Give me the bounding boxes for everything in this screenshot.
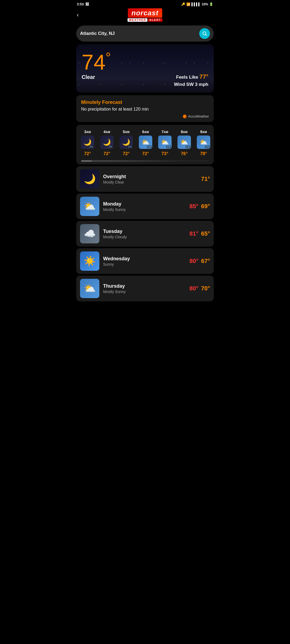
forecast-icon-3: ☀️ (80, 251, 99, 271)
forecast-condition-3: Sunny (103, 262, 186, 266)
hour-item: 5AM 🌙 2% 72° (117, 128, 136, 158)
hour-icon-1: 🌙 2% (100, 136, 114, 149)
hour-icon-2: 🌙 2% (119, 136, 133, 149)
forecast-info-4: Thursday Mostly Sunny (103, 283, 186, 294)
forecast-info-3: Wednesday Sunny (103, 256, 186, 266)
feels-like-value: 77° (200, 73, 208, 80)
signal-icon: ▌▌▌▌ (191, 2, 201, 6)
accuweather-label: AccuWeather (188, 114, 209, 118)
hour-temp-2: 72° (123, 151, 130, 156)
logo-alert-text: ALERT (148, 18, 162, 22)
forecast-info-0: Overnight Mostly Clear (103, 174, 197, 184)
hour-icon-5: ⛅ 1% (177, 136, 191, 149)
accuweather-attribution: AccuWeather (81, 114, 209, 118)
wind-value: SW 3 mph (186, 82, 208, 87)
back-button[interactable]: ‹ (77, 12, 79, 19)
feels-like-row: Feels Like 77° (174, 73, 208, 80)
forecast-temps-4: 80° 70° (189, 285, 210, 292)
forecast-temps-3: 80° 67° (189, 258, 210, 265)
hour-temp-3: 72° (142, 151, 149, 156)
temp-low-0: 71° (201, 175, 210, 182)
status-time: 3:53 (77, 2, 84, 6)
forecast-info-2: Tuesday Mostly Cloudy (103, 229, 186, 239)
wind-label: Wind (174, 82, 185, 87)
hour-temp-6: 78° (200, 151, 207, 156)
hour-item: 4AM 🌙 2% 72° (97, 128, 117, 158)
precip-badge-2: 2% (128, 145, 132, 148)
hour-item: 9AM ⛅ 1% 78° (194, 128, 213, 158)
forecast-info-1: Monday Mostly Sunny (103, 201, 186, 212)
forecast-list: 🌙 Overnight Mostly Clear 71° ⛅ Monday Mo… (73, 166, 218, 301)
forecast-day-1: Monday (103, 201, 186, 207)
status-left: 3:53 🖼 (77, 2, 89, 6)
precip-badge-3: 1% (147, 145, 152, 148)
hourly-forecast-card[interactable]: 3AM 🌙 2% 72° 4AM 🌙 2% 72° 5AM 🌙 2% 72° 6… (76, 125, 214, 164)
forecast-day-4: Thursday (103, 283, 186, 289)
search-bar[interactable]: Atlantic City, NJ (76, 25, 214, 42)
precip-badge-5: 1% (186, 145, 190, 148)
search-button[interactable] (199, 28, 210, 39)
forecast-condition-0: Mostly Clear (103, 180, 197, 184)
forecast-icon-1: ⛅ (80, 197, 99, 216)
temp-low-4: 70° (201, 285, 210, 292)
forecast-condition-2: Mostly Cloudy (103, 235, 186, 239)
forecast-item: ⛅ Thursday Mostly Sunny 80° 70° (76, 276, 214, 301)
precip-badge-4: 1% (166, 145, 171, 148)
feels-like-label: Feels Like (176, 75, 198, 80)
battery-level: 10% (202, 2, 208, 6)
logo-norcast-text: norcast (128, 8, 162, 18)
hour-item: 6AM ⛅ 1% 72° (136, 128, 155, 158)
minutely-forecast-card: Minutely Forecast No precipitation for a… (76, 95, 214, 122)
hour-icon-6: ⛅ 1% (197, 136, 210, 149)
precip-badge-0: 2% (89, 145, 94, 148)
forecast-temps-2: 81° 65° (189, 230, 210, 237)
hour-temp-5: 76° (181, 151, 188, 156)
hour-temp-0: 72° (84, 151, 91, 156)
status-bar: 3:53 🖼 🔑 📶 ▌▌▌▌ 10% 🔋 (73, 0, 218, 7)
forecast-item: 🌙 Overnight Mostly Clear 71° (76, 166, 214, 192)
hourly-strip: 3AM 🌙 2% 72° 4AM 🌙 2% 72° 5AM 🌙 2% 72° 6… (78, 128, 213, 158)
app-header: ‹ norcast WEATHER ALERT (73, 7, 218, 24)
temp-low-2: 65° (201, 230, 210, 237)
svg-line-1 (206, 35, 207, 36)
scroll-indicator (81, 160, 209, 162)
status-right: 🔑 📶 ▌▌▌▌ 10% 🔋 (181, 2, 213, 6)
location-text: Atlantic City, NJ (80, 31, 197, 36)
weather-hero: 74° Clear Feels Like 77° Wind SW 3 mph (76, 44, 214, 93)
hour-label-6: 9AM (200, 130, 207, 134)
hour-icon-4: ⛅ 1% (158, 136, 172, 149)
precip-badge-6: 1% (205, 145, 210, 148)
hour-icon-0: 🌙 2% (81, 136, 94, 149)
hour-item: 3AM 🌙 2% 72° (78, 128, 97, 158)
scroll-thumb (81, 160, 92, 162)
current-temperature: 74° (82, 51, 208, 73)
precip-badge-1: 2% (108, 145, 113, 148)
forecast-icon-2: ☁️ (80, 224, 99, 243)
minutely-description: No precipitation for at least 120 min (81, 107, 209, 112)
minutely-title: Minutely Forecast (81, 100, 209, 105)
forecast-item: ⛅ Monday Mostly Sunny 85° 69° (76, 193, 214, 219)
hour-label-1: 4AM (104, 130, 110, 134)
hour-item: 8AM ⛅ 1% 76° (175, 128, 194, 158)
hour-label-3: 6AM (142, 130, 149, 134)
forecast-icon-4: ⛅ (80, 279, 99, 298)
temp-high-1: 85° (189, 203, 198, 210)
hour-label-2: 5AM (123, 130, 130, 134)
battery-icon: 🔋 (209, 2, 213, 6)
accuweather-dot-icon (183, 115, 187, 118)
wifi-icon: 📶 (186, 2, 190, 6)
temp-high-2: 81° (189, 230, 198, 237)
hour-label-4: 7AM (162, 130, 168, 134)
forecast-day-0: Overnight (103, 174, 197, 180)
forecast-condition-4: Mostly Sunny (103, 290, 186, 294)
forecast-item: ☀️ Wednesday Sunny 80° 67° (76, 248, 214, 274)
hour-temp-1: 72° (103, 151, 110, 156)
logo-weather-text: WEATHER (128, 18, 147, 22)
hour-label-0: 3AM (84, 130, 91, 134)
photo-icon: 🖼 (85, 2, 89, 6)
hour-icon-3: ⛅ 1% (139, 136, 152, 149)
forecast-item: ☁️ Tuesday Mostly Cloudy 81° 65° (76, 221, 214, 247)
temp-high-4: 80° (189, 285, 198, 292)
temp-low-1: 69° (201, 203, 210, 210)
app-logo: norcast WEATHER ALERT (128, 8, 162, 22)
